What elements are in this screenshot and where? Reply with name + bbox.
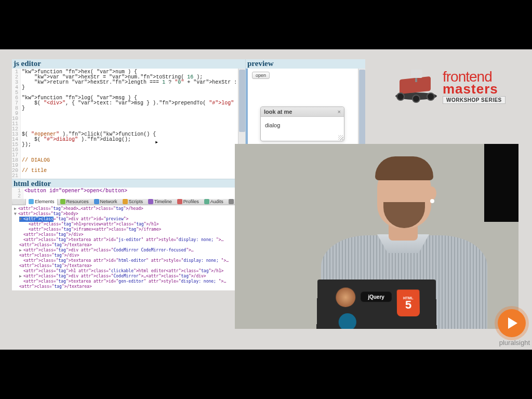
dom-node[interactable]: <attr">class="tag">textarea attr">id="js… (14, 237, 248, 248)
tab-label: Profiles (183, 199, 199, 204)
tab-icon (177, 199, 182, 204)
dom-node[interactable]: <attr">class="tag">iframe><attr">class="… (14, 227, 248, 232)
tab-icon (148, 199, 153, 204)
js-line-gutter: 123456789101112131415161718192021 (12, 69, 21, 179)
dialog-titlebar[interactable]: look at me × (261, 107, 344, 117)
tab-label: Network (100, 199, 117, 204)
slide-area: js editor 123456789101112131415161718192… (0, 49, 532, 350)
tab-icon (29, 199, 34, 204)
scrollbar-thumb[interactable] (239, 70, 245, 132)
devtools-tab-elements[interactable]: Elements (25, 198, 58, 205)
dom-node[interactable]: ▼<attr">class="tag">div attr">id="previe… (14, 217, 248, 222)
frontend-masters-logo: frontend masters WORKSHOP SERIES (394, 65, 522, 109)
logo-line3: WORKSHOP SERIES (443, 96, 506, 104)
dialog-close-icon[interactable]: × (338, 109, 341, 115)
dialog-body: dialog (261, 117, 344, 141)
dom-node[interactable]: <attr">class="tag">/div> (14, 232, 248, 237)
jquery-dialog[interactable]: look at me × dialog (260, 107, 344, 141)
tab-label: Scripts (129, 199, 143, 204)
logo-line2: masters (443, 83, 506, 95)
letterbox-bottom (0, 350, 532, 399)
dom-node[interactable]: <attr">class="tag">h1 attr">class="click… (14, 269, 248, 274)
devtools-dom-tree[interactable]: ▶<attr">class="tag">head>…<attr">class="… (12, 205, 251, 290)
dom-node[interactable]: ▼<attr">class="tag">body> (14, 211, 248, 217)
dialog-title: look at me (264, 109, 292, 115)
tab-icon (60, 199, 65, 204)
dom-node[interactable]: <attr">class="tag">h1>preview<attr">clas… (14, 222, 248, 227)
js-code-body[interactable]: "kw">function "fn">hex( "var">num ) { "k… (21, 69, 245, 179)
sticker-wifi (339, 313, 356, 329)
tab-label: Timeline (154, 199, 172, 204)
dom-node[interactable]: ▶<attr">class="tag">head>…<attr">class="… (14, 206, 248, 211)
tab-icon (229, 199, 234, 204)
dom-node[interactable]: <attr">class="tag">textarea attr">id="ge… (14, 279, 248, 289)
tab-icon (123, 199, 128, 204)
js-editor-panel: js editor 123456789101112131415161718192… (12, 59, 246, 179)
devtools-dock-icon[interactable] (13, 199, 18, 204)
tab-label: Resources (66, 199, 89, 204)
sticker-round (336, 287, 355, 307)
sticker-jquery: jQuery (361, 291, 392, 302)
open-button[interactable]: open (252, 72, 270, 79)
tab-icon (204, 199, 209, 204)
html-line-gutter: 12 (12, 188, 23, 199)
play-button[interactable] (498, 309, 526, 337)
dom-node[interactable]: <attr">class="tag">textarea attr">id="ht… (14, 258, 248, 269)
tab-label: Elements (35, 199, 55, 204)
js-editor-code[interactable]: 123456789101112131415161718192021 "kw">f… (12, 69, 245, 179)
tab-label: Audits (210, 199, 223, 204)
letterbox-top (0, 0, 532, 49)
dom-node[interactable]: ▶<attr">class="tag">div attr">class="Cod… (14, 248, 248, 258)
preview-title[interactable]: preview (246, 59, 365, 69)
rover-illustration (394, 68, 438, 107)
js-editor-title[interactable]: js editor (12, 59, 245, 69)
speaker-video: jQuery HTML5 (235, 144, 518, 329)
dialog-resize-handle[interactable] (338, 135, 343, 140)
text-cursor: ▸ (155, 138, 158, 146)
pluralsight-watermark: pluralsight (499, 339, 530, 347)
speaker-laptop: jQuery HTML5 (316, 280, 437, 329)
dom-node[interactable]: ▶<attr">class="tag">div attr">class="Cod… (14, 274, 248, 279)
speaker-figure: jQuery HTML5 (311, 147, 498, 329)
devtools-inspect-icon[interactable] (18, 199, 23, 204)
tab-icon (94, 199, 99, 204)
sticker-html5: HTML5 (397, 289, 420, 316)
